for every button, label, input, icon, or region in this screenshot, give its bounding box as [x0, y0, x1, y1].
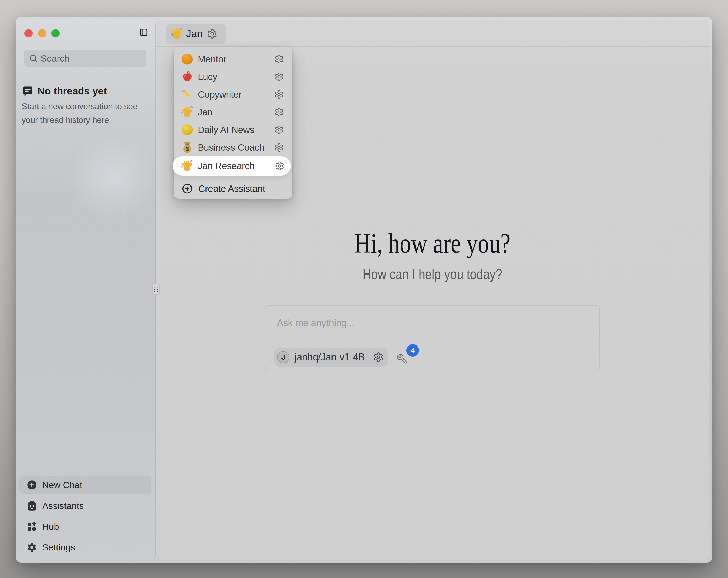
- svg-text:$: $: [186, 146, 189, 152]
